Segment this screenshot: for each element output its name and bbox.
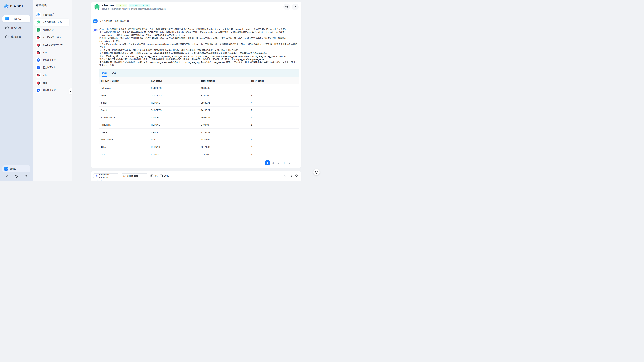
- language-globe-icon[interactable]: [15, 175, 18, 178]
- robot-icon: [5, 34, 9, 39]
- sidebar-item-app-management[interactable]: 应用管理: [2, 33, 30, 40]
- conversation-item[interactable]: A 混合加工介绍: [34, 64, 70, 71]
- panel-collapse-handle[interactable]: [69, 88, 72, 94]
- pagination-page[interactable]: 3: [276, 160, 281, 165]
- cell: 11254.01: [199, 138, 249, 141]
- pause-icon[interactable]: [283, 174, 286, 178]
- blue-hexagon-a-icon: A: [36, 88, 41, 93]
- cell: 19994.02: [199, 116, 249, 119]
- svg-text:MySQL: MySQL: [123, 176, 126, 177]
- column-header: product_category: [99, 80, 149, 82]
- assistant-paragraph: 首先检查transaction_order表是否包含足够的字段。product_…: [99, 43, 299, 49]
- app-subtitle: Have a conversation with your private da…: [102, 8, 284, 10]
- conversation-item-label: 混合加工介绍: [42, 66, 56, 69]
- cell: 5: [249, 87, 299, 89]
- conversation-item-label: hello: [42, 82, 48, 84]
- database-select[interactable]: MySQL dbgpt_test: [121, 174, 148, 178]
- conversation-item[interactable]: 平台小助手: [34, 11, 70, 18]
- headset-icon: [36, 80, 41, 85]
- svg-text:A: A: [38, 59, 39, 62]
- cell: SUCCESS: [149, 94, 199, 96]
- pagination-page-current[interactable]: 1: [265, 160, 270, 165]
- max-tokens-value: 2048: [164, 175, 169, 177]
- conversation-item[interactable]: 9.11和9.90哪个更大: [34, 41, 70, 49]
- tab-sql[interactable]: SQL: [112, 68, 116, 77]
- table-row: Snack CANCEL 23733.51 5: [99, 129, 299, 136]
- svg-text:A: A: [38, 89, 39, 92]
- cell: Other: [99, 94, 149, 96]
- table-pagination: 1 2 3 4 5: [99, 160, 298, 165]
- table-row: Air conditioner CANCEL 19994.02 6: [99, 114, 299, 121]
- conversation-item[interactable]: hello: [34, 79, 70, 86]
- cell: Milk Powder: [99, 138, 149, 141]
- user-message-row: dbgpt 从2个维度统计分析销售数据: [93, 19, 299, 24]
- tab-data[interactable]: Data: [102, 68, 107, 77]
- conversation-item-label: hello: [42, 51, 48, 54]
- conversation-item[interactable]: 怎么修改列: [34, 26, 70, 34]
- cell: Snack: [99, 102, 149, 104]
- cell: 2488.88: [199, 124, 249, 126]
- conversation-item-label: 平台小助手: [42, 13, 54, 16]
- chat-card: Chat Data native_app chat_with_db_execut…: [91, 2, 301, 168]
- share-export-button[interactable]: [292, 4, 298, 10]
- cell: 1: [249, 124, 299, 126]
- dbgpt-planet-logo-icon: [3, 3, 9, 9]
- conversation-item[interactable]: A 混合加工介绍: [34, 56, 70, 64]
- app-logo-text: DB-GPT: [10, 4, 24, 8]
- sidebar-item-online-chat[interactable]: 在线对话: [2, 16, 30, 22]
- table-row: Television SUCCESS 19807.67 5: [99, 84, 299, 92]
- table-row: Milk Powder FAILD 11254.01 4: [99, 136, 299, 144]
- conversation-item-label: 怎么修改列: [42, 28, 54, 31]
- page-title: Chat Data: [102, 4, 114, 7]
- pagination-prev-icon[interactable]: [260, 160, 264, 165]
- conversation-item[interactable]: hello: [34, 49, 70, 56]
- assistant-paragraph: 所以，可能的SQL是： SELECT product_category, pay…: [99, 55, 299, 58]
- conversation-item-label: 混合加工介绍: [42, 89, 56, 92]
- model-select[interactable]: deepseek-reasoner: [93, 174, 119, 178]
- message-input[interactable]: [93, 180, 278, 181]
- assistant-paragraph: 用户的需求是统计分析，通常涉及聚合函数如SUM、COUNT等，而两个维度可能是指…: [99, 31, 299, 37]
- conversation-list-title: 对话列表: [36, 3, 70, 7]
- conversation-item[interactable]: 9.11和9.9谁比较大: [34, 34, 70, 41]
- max-tokens-control[interactable]: 2048: [160, 174, 169, 177]
- cell: 14299.21: [199, 109, 249, 112]
- favorite-star-button[interactable]: [284, 4, 290, 10]
- clear-broom-icon[interactable]: [295, 174, 298, 178]
- chevron-left-icon: [70, 90, 71, 92]
- cell: Snack: [99, 109, 149, 112]
- table-row: Snack REFUND 25530.71 4: [99, 99, 299, 106]
- collapse-sidebar-icon[interactable]: [24, 175, 27, 178]
- cell: 2: [249, 94, 299, 96]
- conversation-item[interactable]: hello: [34, 72, 70, 79]
- conversation-item-label: 混合加工介绍: [42, 58, 56, 62]
- cell: 5: [249, 131, 299, 134]
- cell: Television: [99, 124, 149, 126]
- deepseek-model-icon: [95, 174, 98, 177]
- conversation-item[interactable]: A 混合加工介绍: [34, 86, 70, 94]
- assistant-message-row: 好的，用户的问题是要从两个维度统计分析销售数据。首先，我需要确定数据库中有哪些相…: [93, 28, 299, 165]
- cell: REFUND: [149, 102, 199, 104]
- badge-chat-with-db-execute: chat_with_db_execute: [129, 4, 150, 7]
- svg-text:A: A: [38, 66, 39, 69]
- cell: REFUND: [149, 153, 199, 156]
- feedback-smiley-button[interactable]: [314, 169, 320, 175]
- theme-sun-icon[interactable]: [5, 175, 8, 178]
- regenerate-icon[interactable]: [289, 174, 292, 178]
- sidebar-item-explore[interactable]: 探索广场: [2, 24, 30, 31]
- pagination-page[interactable]: 4: [282, 160, 286, 165]
- user-message-text: 从2个维度统计分析销售数据: [99, 20, 129, 24]
- cell: Snack: [99, 131, 149, 134]
- headset-icon: [36, 35, 41, 40]
- chevron-down-icon: [116, 175, 117, 177]
- nav-sidebar: DB-GPT 在线对话 探索广场: [0, 0, 33, 181]
- conversation-item-label: 9.11和9.9谁比较大: [42, 36, 62, 39]
- pagination-next-icon[interactable]: [293, 160, 298, 165]
- message-scroll-area[interactable]: dbgpt 从2个维度统计分析销售数据 好的，用户的问题是要从两个维度统计分析销…: [91, 12, 301, 165]
- temperature-control[interactable]: 0.5: [150, 174, 158, 177]
- user-profile-chip[interactable]: dbgpt dbgpt: [2, 166, 30, 172]
- table-row: Television REFUND 2488.88 1: [99, 121, 299, 129]
- sidebar-item-label: 应用管理: [11, 35, 21, 38]
- conversation-item-active[interactable]: 从2个维度统计分析...: [34, 18, 70, 26]
- pagination-page[interactable]: 2: [271, 160, 275, 165]
- pagination-page[interactable]: 5: [287, 160, 292, 165]
